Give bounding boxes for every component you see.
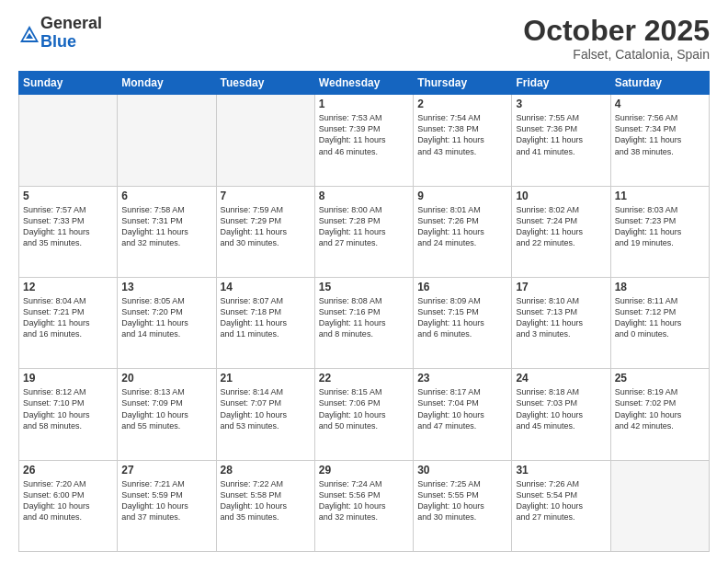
- day-number: 7: [221, 190, 311, 202]
- weekday-header-thursday: Thursday: [414, 72, 512, 95]
- calendar-cell: 4Sunrise: 7:56 AM Sunset: 7:34 PM Daylig…: [610, 95, 709, 186]
- cell-info: Sunrise: 8:03 AM Sunset: 7:23 PM Dayligh…: [615, 204, 705, 249]
- cell-info: Sunrise: 8:09 AM Sunset: 7:15 PM Dayligh…: [417, 295, 507, 340]
- cell-info: Sunrise: 8:13 AM Sunset: 7:09 PM Dayligh…: [121, 386, 211, 431]
- day-number: 4: [615, 98, 705, 110]
- weekday-header-tuesday: Tuesday: [216, 72, 314, 95]
- week-row-0: 1Sunrise: 7:53 AM Sunset: 7:39 PM Daylig…: [19, 95, 710, 186]
- week-row-2: 12Sunrise: 8:04 AM Sunset: 7:21 PM Dayli…: [19, 277, 710, 368]
- calendar-cell: 30Sunrise: 7:25 AM Sunset: 5:55 PM Dayli…: [414, 460, 512, 551]
- calendar-table: SundayMondayTuesdayWednesdayThursdayFrid…: [18, 71, 710, 552]
- day-number: 19: [23, 372, 113, 385]
- cell-info: Sunrise: 8:04 AM Sunset: 7:21 PM Dayligh…: [23, 295, 113, 340]
- day-number: 15: [319, 281, 409, 293]
- day-number: 24: [516, 372, 606, 385]
- calendar-cell: [19, 95, 118, 186]
- day-number: 25: [615, 372, 705, 385]
- day-number: 18: [615, 281, 705, 293]
- cell-info: Sunrise: 7:21 AM Sunset: 5:59 PM Dayligh…: [121, 478, 211, 523]
- calendar-cell: 2Sunrise: 7:54 AM Sunset: 7:38 PM Daylig…: [414, 95, 512, 186]
- calendar-cell: 12Sunrise: 8:04 AM Sunset: 7:21 PM Dayli…: [19, 277, 118, 368]
- weekday-header-sunday: Sunday: [19, 72, 118, 95]
- calendar-page: General Blue October 2025 Falset, Catalo…: [0, 0, 728, 563]
- calendar-cell: [610, 460, 709, 551]
- cell-info: Sunrise: 8:10 AM Sunset: 7:13 PM Dayligh…: [516, 295, 606, 340]
- day-number: 17: [516, 281, 606, 293]
- cell-info: Sunrise: 7:54 AM Sunset: 7:38 PM Dayligh…: [417, 112, 507, 157]
- logo-general: General: [40, 14, 102, 32]
- calendar-cell: 29Sunrise: 7:24 AM Sunset: 5:56 PM Dayli…: [314, 460, 413, 551]
- cell-info: Sunrise: 8:19 AM Sunset: 7:02 PM Dayligh…: [615, 386, 705, 431]
- cell-info: Sunrise: 7:59 AM Sunset: 7:29 PM Dayligh…: [221, 204, 311, 249]
- cell-info: Sunrise: 8:02 AM Sunset: 7:24 PM Dayligh…: [516, 204, 606, 249]
- weekday-header-monday: Monday: [118, 72, 216, 95]
- cell-info: Sunrise: 8:00 AM Sunset: 7:28 PM Dayligh…: [319, 204, 409, 249]
- day-number: 11: [615, 190, 705, 202]
- header: General Blue October 2025 Falset, Catalo…: [18, 15, 710, 62]
- calendar-cell: 5Sunrise: 7:57 AM Sunset: 7:33 PM Daylig…: [19, 186, 118, 277]
- calendar-cell: 23Sunrise: 8:17 AM Sunset: 7:04 PM Dayli…: [414, 369, 512, 460]
- day-number: 16: [417, 281, 507, 293]
- day-number: 1: [319, 98, 409, 110]
- calendar-cell: 1Sunrise: 7:53 AM Sunset: 7:39 PM Daylig…: [314, 95, 413, 186]
- calendar-cell: 26Sunrise: 7:20 AM Sunset: 6:00 PM Dayli…: [19, 460, 118, 551]
- day-number: 10: [516, 190, 606, 202]
- cell-info: Sunrise: 8:17 AM Sunset: 7:04 PM Dayligh…: [417, 386, 507, 431]
- day-number: 9: [417, 190, 507, 202]
- cell-info: Sunrise: 7:26 AM Sunset: 5:54 PM Dayligh…: [516, 478, 606, 523]
- calendar-cell: 24Sunrise: 8:18 AM Sunset: 7:03 PM Dayli…: [512, 369, 610, 460]
- calendar-cell: 16Sunrise: 8:09 AM Sunset: 7:15 PM Dayli…: [414, 277, 512, 368]
- day-number: 22: [319, 372, 409, 385]
- cell-info: Sunrise: 8:12 AM Sunset: 7:10 PM Dayligh…: [23, 386, 113, 431]
- calendar-cell: 11Sunrise: 8:03 AM Sunset: 7:23 PM Dayli…: [610, 186, 709, 277]
- cell-info: Sunrise: 7:53 AM Sunset: 7:39 PM Dayligh…: [319, 112, 409, 157]
- cell-info: Sunrise: 8:14 AM Sunset: 7:07 PM Dayligh…: [221, 386, 311, 431]
- week-row-4: 26Sunrise: 7:20 AM Sunset: 6:00 PM Dayli…: [19, 460, 710, 551]
- title-block: October 2025 Falset, Catalonia, Spain: [523, 15, 710, 62]
- calendar-cell: 19Sunrise: 8:12 AM Sunset: 7:10 PM Dayli…: [19, 369, 118, 460]
- cell-info: Sunrise: 8:08 AM Sunset: 7:16 PM Dayligh…: [319, 295, 409, 340]
- weekday-header-friday: Friday: [512, 72, 610, 95]
- day-number: 14: [221, 281, 311, 293]
- day-number: 26: [23, 464, 113, 477]
- calendar-cell: 31Sunrise: 7:26 AM Sunset: 5:54 PM Dayli…: [512, 460, 610, 551]
- calendar-cell: 9Sunrise: 8:01 AM Sunset: 7:26 PM Daylig…: [414, 186, 512, 277]
- cell-info: Sunrise: 7:57 AM Sunset: 7:33 PM Dayligh…: [23, 204, 113, 249]
- day-number: 5: [23, 190, 113, 202]
- day-number: 29: [319, 464, 409, 477]
- cell-info: Sunrise: 8:18 AM Sunset: 7:03 PM Dayligh…: [516, 386, 606, 431]
- calendar-cell: 15Sunrise: 8:08 AM Sunset: 7:16 PM Dayli…: [314, 277, 413, 368]
- calendar-cell: 6Sunrise: 7:58 AM Sunset: 7:31 PM Daylig…: [118, 186, 216, 277]
- week-row-3: 19Sunrise: 8:12 AM Sunset: 7:10 PM Dayli…: [19, 369, 710, 460]
- cell-info: Sunrise: 8:07 AM Sunset: 7:18 PM Dayligh…: [221, 295, 311, 340]
- day-number: 30: [417, 464, 507, 477]
- day-number: 20: [121, 372, 211, 385]
- logo-blue: Blue: [40, 32, 76, 51]
- cell-info: Sunrise: 7:56 AM Sunset: 7:34 PM Dayligh…: [615, 112, 705, 157]
- cell-info: Sunrise: 7:20 AM Sunset: 6:00 PM Dayligh…: [23, 478, 113, 523]
- day-number: 13: [121, 281, 211, 293]
- cell-info: Sunrise: 7:24 AM Sunset: 5:56 PM Dayligh…: [319, 478, 409, 523]
- calendar-cell: [118, 95, 216, 186]
- logo-icon: [18, 24, 37, 42]
- cell-info: Sunrise: 8:15 AM Sunset: 7:06 PM Dayligh…: [319, 386, 409, 431]
- location: Falset, Catalonia, Spain: [523, 47, 710, 62]
- calendar-cell: 17Sunrise: 8:10 AM Sunset: 7:13 PM Dayli…: [512, 277, 610, 368]
- day-number: 28: [221, 464, 311, 477]
- cell-info: Sunrise: 7:25 AM Sunset: 5:55 PM Dayligh…: [417, 478, 507, 523]
- calendar-cell: 20Sunrise: 8:13 AM Sunset: 7:09 PM Dayli…: [118, 369, 216, 460]
- calendar-cell: 28Sunrise: 7:22 AM Sunset: 5:58 PM Dayli…: [216, 460, 314, 551]
- calendar-cell: 8Sunrise: 8:00 AM Sunset: 7:28 PM Daylig…: [314, 186, 413, 277]
- logo: General Blue: [18, 15, 102, 52]
- calendar-cell: 21Sunrise: 8:14 AM Sunset: 7:07 PM Dayli…: [216, 369, 314, 460]
- calendar-cell: 10Sunrise: 8:02 AM Sunset: 7:24 PM Dayli…: [512, 186, 610, 277]
- day-number: 6: [121, 190, 211, 202]
- calendar-cell: 18Sunrise: 8:11 AM Sunset: 7:12 PM Dayli…: [610, 277, 709, 368]
- calendar-cell: 14Sunrise: 8:07 AM Sunset: 7:18 PM Dayli…: [216, 277, 314, 368]
- weekday-header-saturday: Saturday: [610, 72, 709, 95]
- calendar-cell: [216, 95, 314, 186]
- cell-info: Sunrise: 7:22 AM Sunset: 5:58 PM Dayligh…: [221, 478, 311, 523]
- calendar-cell: 25Sunrise: 8:19 AM Sunset: 7:02 PM Dayli…: [610, 369, 709, 460]
- week-row-1: 5Sunrise: 7:57 AM Sunset: 7:33 PM Daylig…: [19, 186, 710, 277]
- calendar-cell: 13Sunrise: 8:05 AM Sunset: 7:20 PM Dayli…: [118, 277, 216, 368]
